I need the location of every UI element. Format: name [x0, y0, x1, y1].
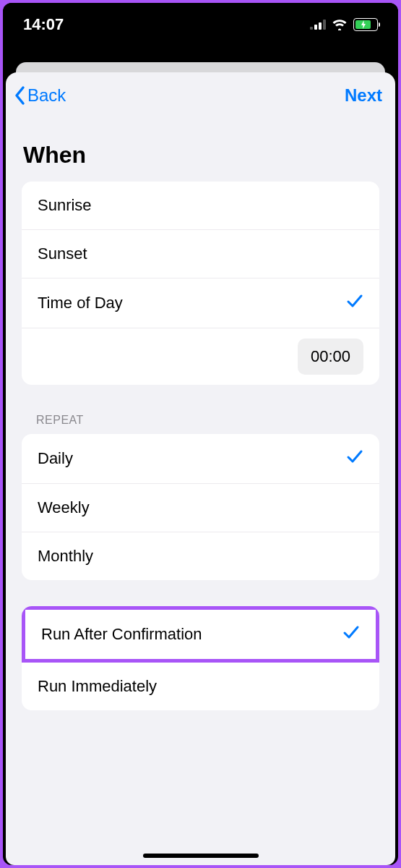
repeat-options-group: Daily Weekly Monthly	[22, 434, 379, 580]
option-label: Sunrise	[38, 196, 92, 215]
option-label: Sunset	[38, 244, 87, 263]
battery-icon	[353, 18, 378, 31]
modal-sheet: Back Next When Sunrise Sunset Time of Da…	[6, 72, 395, 865]
when-options-group: Sunrise Sunset Time of Day 00:00	[22, 182, 379, 385]
back-label: Back	[27, 85, 66, 106]
run-mode-group: Run After Confirmation Run Immediately	[22, 606, 379, 710]
checkmark-icon	[342, 624, 360, 644]
back-button[interactable]: Back	[13, 85, 66, 106]
status-bar: 14:07	[3, 3, 398, 46]
option-label: Time of Day	[38, 294, 123, 312]
status-time: 14:07	[23, 15, 64, 34]
option-label: Run Immediately	[38, 677, 157, 696]
home-indicator[interactable]	[143, 854, 259, 858]
status-icons	[310, 18, 378, 31]
chevron-left-icon	[13, 85, 26, 106]
charging-icon	[361, 20, 366, 29]
option-sunset[interactable]: Sunset	[22, 230, 379, 278]
svg-rect-1	[314, 25, 317, 30]
page-title: When	[6, 113, 395, 182]
option-monthly[interactable]: Monthly	[22, 532, 379, 580]
option-run-immediately[interactable]: Run Immediately	[22, 663, 379, 710]
option-label: Weekly	[38, 498, 90, 517]
option-label: Run After Confirmation	[41, 625, 202, 644]
cellular-signal-icon	[310, 20, 326, 30]
checkmark-icon	[346, 293, 363, 313]
checkmark-icon	[346, 448, 363, 469]
next-button[interactable]: Next	[345, 85, 382, 106]
option-sunrise[interactable]: Sunrise	[22, 182, 379, 230]
nav-bar: Back Next	[6, 72, 395, 113]
repeat-section-header: REPEAT	[6, 385, 395, 434]
option-daily[interactable]: Daily	[22, 434, 379, 484]
wifi-icon	[332, 19, 348, 30]
option-time-of-day[interactable]: Time of Day	[22, 278, 379, 328]
svg-rect-0	[310, 27, 313, 30]
option-weekly[interactable]: Weekly	[22, 484, 379, 532]
option-label: Monthly	[38, 547, 93, 566]
svg-rect-2	[319, 22, 322, 30]
svg-rect-3	[323, 20, 326, 30]
device-frame: 14:07	[3, 3, 398, 865]
option-run-after-confirmation[interactable]: Run After Confirmation	[22, 606, 379, 663]
option-label: Daily	[38, 449, 73, 468]
time-picker[interactable]: 00:00	[298, 339, 363, 375]
time-picker-row: 00:00	[22, 328, 379, 385]
content-area: When Sunrise Sunset Time of Day 00:00	[6, 113, 395, 710]
